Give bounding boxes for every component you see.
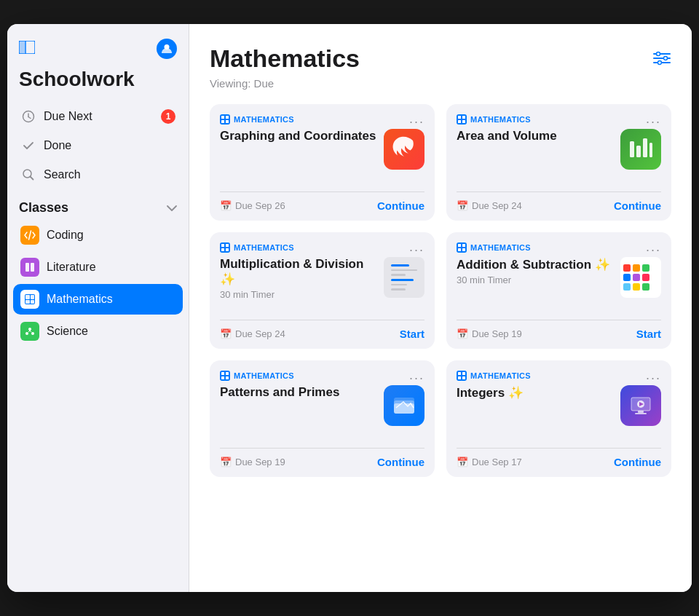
literature-icon <box>20 258 39 277</box>
keynote-app-icon <box>620 385 661 426</box>
svg-rect-61 <box>638 411 644 413</box>
svg-rect-46 <box>458 248 461 251</box>
sidebar-item-literature[interactable]: Literature <box>13 252 183 283</box>
svg-rect-57 <box>458 376 461 379</box>
svg-rect-15 <box>31 295 34 299</box>
main-content: Mathematics Viewing: Due <box>189 24 692 592</box>
card-category: MATHEMATICS <box>220 242 424 253</box>
svg-rect-13 <box>25 295 30 299</box>
nav-item-search[interactable]: Search <box>13 161 183 189</box>
nav-item-due-next[interactable]: Due Next 1 <box>13 103 183 130</box>
nav-due-next-label: Due Next <box>44 110 92 123</box>
profile-icon[interactable] <box>157 39 177 59</box>
svg-line-9 <box>29 231 31 240</box>
math-category-icon <box>220 371 230 381</box>
card-action-continue[interactable]: Continue <box>614 456 661 468</box>
card-footer: 📅 Due Sep 19 Continue <box>220 448 424 477</box>
card-footer: 📅 Due Sep 24 Continue <box>457 191 661 221</box>
sidebar-header <box>7 39 189 65</box>
calendar-icon: 📅 <box>457 328 468 339</box>
calendar-icon: 📅 <box>220 200 232 211</box>
card-body: Addition & Subtraction ✨ 30 min Timer <box>457 257 661 312</box>
card-category: MATHEMATICS <box>457 114 661 125</box>
card-category: MATHEMATICS <box>457 371 661 381</box>
card-title: Graphing and Coordinates <box>220 129 376 143</box>
card-category: MATHEMATICS <box>220 371 424 381</box>
nav-item-done[interactable]: Done <box>13 132 183 159</box>
nav-search-label: Search <box>44 168 81 181</box>
card-category-text: MATHEMATICS <box>234 371 294 380</box>
svg-rect-49 <box>226 372 229 375</box>
svg-rect-10 <box>25 263 29 272</box>
coding-icon <box>20 226 39 245</box>
card-menu-icon[interactable]: ··· <box>409 371 424 386</box>
card-footer: 📅 Due Sep 26 Continue <box>220 191 424 221</box>
search-icon <box>20 167 36 183</box>
sidebar-item-coding-label: Coding <box>47 229 84 242</box>
card-menu-icon[interactable]: ··· <box>409 114 424 130</box>
card-addition: MATHEMATICS ··· Addition & Subtraction ✨… <box>446 232 671 349</box>
svg-rect-36 <box>630 141 634 157</box>
page-title: Mathematics <box>210 44 360 73</box>
card-category-text: MATHEMATICS <box>470 371 531 380</box>
science-icon <box>20 322 39 341</box>
card-body: Area and Volume <box>457 129 661 184</box>
card-due-text: Due Sep 17 <box>472 457 522 467</box>
card-menu-icon[interactable]: ··· <box>646 242 661 258</box>
card-menu-icon[interactable]: ··· <box>646 114 661 130</box>
svg-rect-0 <box>19 41 25 54</box>
card-menu-icon[interactable]: ··· <box>646 371 661 386</box>
card-menu-icon[interactable]: ··· <box>409 242 424 258</box>
sidebar-item-literature-label: Literature <box>47 261 96 274</box>
viewing-label: Viewing: Due <box>210 77 671 90</box>
main-nav: Due Next 1 Done <box>7 103 189 190</box>
svg-rect-51 <box>226 376 229 379</box>
card-action-continue[interactable]: Continue <box>614 200 661 212</box>
svg-rect-34 <box>458 120 461 123</box>
card-due-text: Due Sep 26 <box>235 200 285 211</box>
svg-rect-14 <box>25 300 30 304</box>
swift-app-icon <box>384 129 424 170</box>
card-multiplication: MATHEMATICS ··· Multiplication & Divisio… <box>210 232 435 349</box>
classes-section-title: Classes <box>19 200 68 216</box>
svg-rect-33 <box>462 116 465 119</box>
card-due-text: Due Sep 19 <box>472 328 522 339</box>
svg-rect-43 <box>226 248 229 251</box>
nav-done-label: Done <box>44 139 71 152</box>
svg-rect-56 <box>462 372 465 375</box>
numbers-app-icon <box>620 129 661 170</box>
svg-rect-32 <box>458 116 461 119</box>
card-category-text: MATHEMATICS <box>470 243 531 252</box>
card-due: 📅 Due Sep 24 <box>457 200 522 211</box>
math-category-icon <box>220 242 230 253</box>
svg-rect-44 <box>458 244 461 247</box>
sidebar-item-mathematics[interactable]: Mathematics <box>13 284 183 315</box>
chevron-down-icon[interactable] <box>167 202 177 214</box>
filter-icon[interactable] <box>652 50 671 71</box>
svg-line-21 <box>30 331 31 332</box>
card-action-start[interactable]: Start <box>636 328 661 340</box>
sidebar-item-science[interactable]: Science <box>13 316 183 347</box>
card-area-volume: MATHEMATICS ··· Area and Volume <box>446 104 671 221</box>
card-title: Integers ✨ <box>457 385 524 400</box>
sidebar-toggle-icon[interactable] <box>19 41 35 58</box>
svg-point-18 <box>25 332 28 335</box>
sidebar-item-coding[interactable]: Coding <box>13 220 183 250</box>
card-title: Multiplication & Division ✨ <box>220 257 376 287</box>
card-action-start[interactable]: Start <box>400 328 424 340</box>
check-icon <box>20 138 36 154</box>
svg-rect-28 <box>221 116 224 119</box>
card-category: MATHEMATICS <box>457 242 661 253</box>
card-due-text: Due Sep 24 <box>235 328 285 339</box>
card-action-continue[interactable]: Continue <box>377 200 424 212</box>
clock-icon <box>20 108 36 125</box>
calendar-icon: 📅 <box>220 457 232 467</box>
classes-nav: Coding Literature <box>7 220 189 348</box>
card-action-continue[interactable]: Continue <box>377 456 424 468</box>
math-category-icon <box>220 114 230 125</box>
calendar-icon: 📅 <box>457 457 468 467</box>
sidebar-item-science-label: Science <box>47 325 88 338</box>
card-category-text: MATHEMATICS <box>234 115 294 124</box>
svg-point-19 <box>31 332 34 335</box>
svg-rect-39 <box>649 143 652 157</box>
